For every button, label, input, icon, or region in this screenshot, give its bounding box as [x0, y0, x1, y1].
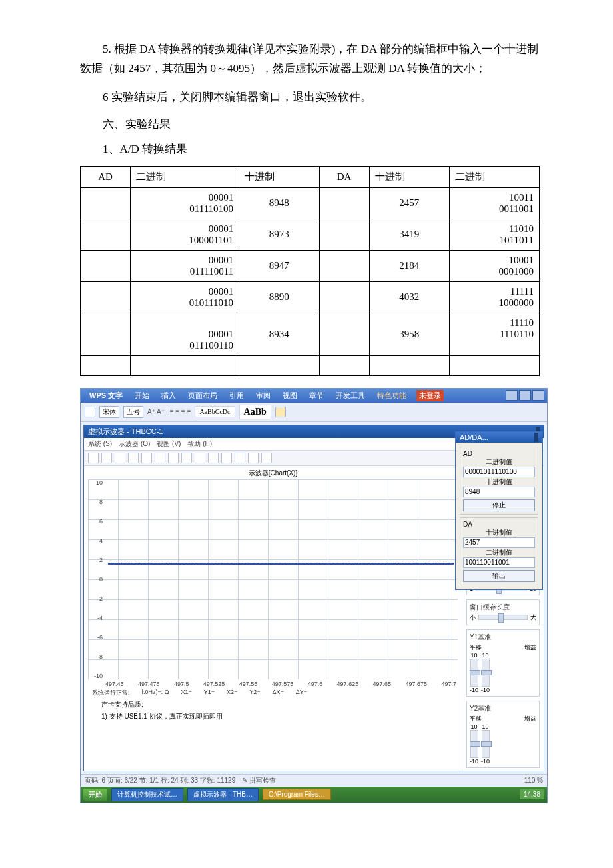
toolbar-icon[interactable]: [115, 453, 125, 463]
signal-trace: [108, 563, 454, 565]
toolbar-icon[interactable]: [261, 453, 272, 463]
ad-stop-button[interactable]: 停止: [463, 499, 535, 511]
label: 增益: [524, 643, 536, 652]
y2-title: Y2基准: [470, 704, 536, 713]
wps-titlebar: WPS 文字 开始 插入 页面布局 引用 审阅 视图 章节 开发工具 特色功能 …: [81, 389, 547, 403]
menu-item[interactable]: 系统 (S): [88, 439, 112, 449]
note-line-1: 声卡支持品质:: [88, 699, 458, 711]
size-combo[interactable]: 五号: [123, 406, 143, 418]
tab[interactable]: 章节: [307, 390, 326, 401]
table-header-row: AD 二进制 十进制 DA 十进制 二进制: [81, 166, 540, 187]
label: 增益: [524, 715, 536, 723]
menu-item[interactable]: 视图 (V): [157, 439, 181, 449]
buf-slider[interactable]: 小大: [470, 613, 536, 622]
ad-dec-field[interactable]: 8948: [463, 487, 535, 497]
tab[interactable]: 视图: [281, 390, 299, 401]
da-bin-label: 二进制值: [463, 548, 535, 557]
toolbar-icon[interactable]: [168, 453, 179, 463]
y2-sliders[interactable]: 10-10 10-10: [470, 723, 536, 765]
chart-area[interactable]: 1086420-2-4-6-8-10: [88, 479, 458, 679]
find-icon[interactable]: [275, 407, 286, 417]
tab[interactable]: 开发工具: [334, 390, 367, 401]
th-da: DA: [319, 166, 369, 187]
y-axis-labels: 1086420-2-4-6-8-10: [87, 479, 103, 679]
menu-item[interactable]: 帮助 (H): [187, 439, 212, 449]
ad-bin-field[interactable]: 00001011110100: [463, 467, 535, 477]
cell: 10001 0001000: [450, 250, 540, 281]
login-button[interactable]: 未登录: [416, 390, 444, 401]
tab[interactable]: 开始: [133, 390, 151, 401]
toolbar-icon[interactable]: [248, 453, 259, 463]
wps-ribbon: 宋体 五号 A⁺ A⁻ | ≡ ≡ ≡ ≡ AaBbCcDc AaBb: [81, 403, 547, 422]
y1-title: Y1基准: [470, 633, 536, 642]
window-controls[interactable]: [534, 433, 538, 441]
window-controls[interactable]: [506, 390, 544, 401]
da-dec-field[interactable]: 2457: [463, 537, 535, 548]
toolbar-icon[interactable]: [101, 453, 112, 463]
tab[interactable]: 审阅: [254, 390, 273, 401]
table-row: 00001 100001101 8973 3419 11010 1011011: [81, 219, 540, 250]
cell: 4032: [369, 281, 449, 313]
toolbar-icon[interactable]: [128, 453, 139, 463]
zoom-indicator[interactable]: 110 %: [524, 777, 543, 784]
tab[interactable]: 页面布局: [186, 390, 219, 401]
ad-da-dialog[interactable]: AD/DA... AD 二进制值 00001011110100 十进制值 894…: [455, 431, 543, 590]
table-row: 00001 011110100 8948 2457 10011 0011001: [81, 187, 540, 219]
style-preview[interactable]: AaBb: [239, 405, 271, 419]
cell: 00001 011110100: [131, 187, 239, 219]
th-ad: AD: [81, 166, 131, 187]
paragraph-6: 6 实验结束后，关闭脚本编辑器窗口，退出实验软件。: [80, 88, 540, 107]
screenshot-container: WPS 文字 开始 插入 页面布局 引用 审阅 视图 章节 开发工具 特色功能 …: [80, 388, 548, 803]
toolbar-icon[interactable]: [195, 453, 205, 463]
style-preview[interactable]: AaBbCcDc: [195, 406, 235, 417]
toolbar-icon[interactable]: [221, 453, 232, 463]
cell: 00001 011110011: [131, 250, 239, 281]
paste-icon[interactable]: [85, 407, 95, 417]
cell: 8947: [239, 250, 319, 281]
da-bin-field[interactable]: 100110011001: [463, 557, 535, 568]
toolbar-icon[interactable]: [155, 453, 165, 463]
table-row: 00001 011110011 8947 2184 10001 0001000: [81, 250, 540, 281]
table-row: 00001 011100110 8934 3958 11110 1110110: [81, 313, 540, 355]
th-da-dec: 十进制: [369, 166, 449, 187]
paragraph-5: 5. 根据 DA 转换器的转换规律(详见本实验附录)，在 DA 部分的编辑框中输…: [80, 40, 540, 79]
label: 平移: [470, 715, 482, 723]
cell: 00001 010111010: [131, 281, 239, 313]
ad-dec-label: 十进制值: [463, 477, 535, 487]
cell: 11110 1110110: [450, 313, 540, 355]
taskbar-item[interactable]: C:\Program Files…: [263, 789, 331, 800]
font-combo[interactable]: 宋体: [99, 406, 119, 418]
da-output-button[interactable]: 输出: [463, 570, 535, 582]
note-line-2: 1) 支持 USB1.1 协议，真正实现即插即用: [88, 711, 458, 723]
tab[interactable]: 特色功能: [375, 390, 408, 401]
toolbar-icon[interactable]: [88, 453, 99, 463]
da-dec-label: 十进制值: [463, 528, 535, 537]
th-ad-dec: 十进制: [239, 166, 319, 187]
wps-statusbar: 页码: 6 页面: 6/22 节: 1/1 行: 24 列: 33 字数: 11…: [81, 774, 547, 787]
spellcheck-button[interactable]: ✎ 拼写检查: [242, 776, 276, 785]
tab[interactable]: 插入: [159, 390, 178, 401]
taskbar-clock[interactable]: 14:38: [520, 789, 544, 799]
y1-sliders[interactable]: 10-10 10-10: [470, 652, 536, 693]
cell: 2184: [369, 250, 449, 281]
toolbar-icon[interactable]: [181, 453, 192, 463]
taskbar-item[interactable]: 计算机控制技术试…: [111, 788, 183, 801]
cell: 2457: [369, 187, 449, 219]
toolbar-icon[interactable]: [235, 453, 245, 463]
tab[interactable]: 引用: [227, 390, 246, 401]
buf-label: 窗口缓存长度: [470, 603, 536, 612]
dialog-title: AD/DA...: [460, 433, 488, 441]
th-da-bin: 二进制: [450, 166, 540, 187]
taskbar-item[interactable]: 虚拟示波器 - THB…: [187, 788, 259, 801]
cell: 8890: [239, 281, 319, 313]
toolbar-icon[interactable]: [208, 453, 219, 463]
table-row-empty: [81, 355, 540, 375]
windows-taskbar: 开始 计算机控制技术试… 虚拟示波器 - THB… C:\Program Fil…: [81, 787, 547, 803]
start-button[interactable]: 开始: [83, 789, 107, 801]
ad-section-label: AD: [463, 450, 535, 457]
cell: 8948: [239, 187, 319, 219]
cell: 8973: [239, 219, 319, 250]
menu-item[interactable]: 示波器 (O): [119, 439, 150, 449]
scope-status-line: 系统运行正常! f.0Hz)=: Ω X1= Y1= X2= Y2= ΔX= Δ…: [88, 687, 458, 699]
toolbar-icon[interactable]: [141, 453, 152, 463]
